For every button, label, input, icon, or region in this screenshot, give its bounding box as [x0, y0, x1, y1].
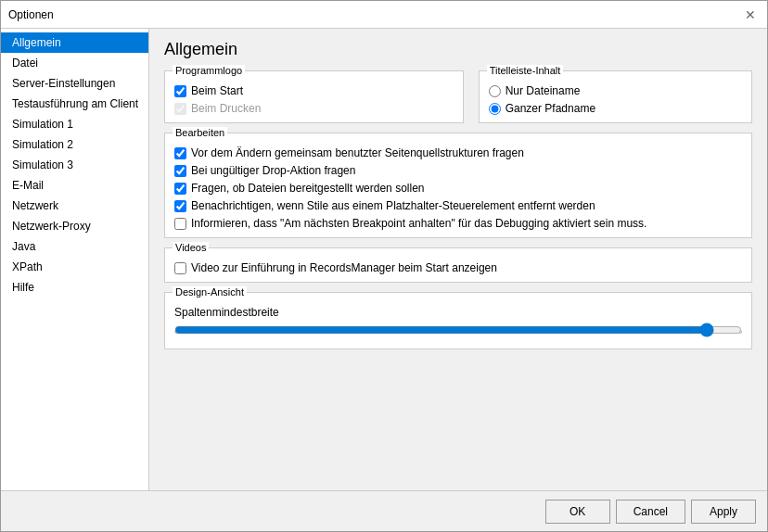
ganzer-pfadname-row: Ganzer Pfadname	[489, 102, 742, 115]
bearbeiten-label-4: Informieren, dass "Am nächsten Breakpoin…	[191, 217, 646, 230]
bearbeiten-label-0: Vor dem Ändern gemeinsam benutzter Seite…	[191, 146, 524, 159]
bearbeiten-row-1: Bei ungültiger Drop-Aktion fragen	[174, 164, 742, 177]
ganzer-pfadname-radio[interactable]	[489, 103, 501, 115]
cancel-button[interactable]: Cancel	[616, 500, 685, 524]
bearbeiten-label-2: Fragen, ob Dateien bereitgestellt werden…	[191, 182, 424, 195]
bearbeiten-checkbox-0[interactable]	[174, 147, 186, 159]
videos-row-0: Video zur Einführung in RecordsManager b…	[174, 261, 742, 274]
beim-start-row: Beim Start	[174, 84, 454, 97]
top-row: Programmlogo Beim Start Beim Drucken	[164, 70, 752, 133]
sidebar-item-xpath[interactable]: XPath	[1, 257, 148, 277]
nur-dateiname-row: Nur Dateiname	[489, 84, 742, 97]
beim-start-label: Beim Start	[191, 84, 243, 97]
bearbeiten-label-1: Bei ungültiger Drop-Aktion fragen	[191, 164, 355, 177]
titelleiste-section: Titelleiste-Inhalt Nur Dateiname Ganzer …	[479, 70, 752, 123]
sidebar-item-simulation1[interactable]: Simulation 1	[1, 114, 148, 134]
design-ansicht-legend: Design-Ansicht	[173, 286, 247, 298]
beim-drucken-row: Beim Drucken	[174, 102, 454, 115]
sidebar-item-email[interactable]: E-Mail	[1, 175, 148, 196]
ok-button[interactable]: OK	[545, 500, 610, 524]
dialog: Optionen ✕ Allgemein Datei Server-Einste…	[0, 0, 768, 532]
titelleiste-legend: Titelleiste-Inhalt	[487, 65, 564, 76]
sidebar-item-netzwerk-proxy[interactable]: Netzwerk-Proxy	[1, 216, 148, 236]
main-content: Allgemein Programmlogo Beim Start Beim D…	[149, 29, 767, 490]
videos-section: Videos Video zur Einführung in RecordsMa…	[164, 247, 752, 283]
sidebar-item-testausfuehrung[interactable]: Testausführung am Client	[1, 94, 148, 114]
sidebar-item-server[interactable]: Server-Einstellungen	[1, 73, 148, 94]
nur-dateiname-radio[interactable]	[489, 85, 501, 97]
programmlogo-section: Programmlogo Beim Start Beim Drucken	[164, 70, 464, 123]
bearbeiten-checkbox-2[interactable]	[174, 183, 186, 195]
sidebar-item-hilfe[interactable]: Hilfe	[1, 277, 148, 298]
videos-checkbox-0[interactable]	[174, 262, 186, 274]
close-button[interactable]: ✕	[741, 6, 760, 24]
beim-drucken-checkbox[interactable]	[174, 103, 186, 115]
nur-dateiname-label: Nur Dateiname	[506, 84, 581, 97]
sidebar: Allgemein Datei Server-Einstellungen Tes…	[1, 29, 149, 490]
sidebar-item-simulation3[interactable]: Simulation 3	[1, 155, 148, 175]
dialog-title: Optionen	[8, 8, 54, 21]
bearbeiten-checkbox-4[interactable]	[174, 218, 186, 230]
sidebar-item-allgemein[interactable]: Allgemein	[1, 32, 148, 53]
design-ansicht-section: Design-Ansicht Spaltenmindestbreite	[164, 292, 752, 349]
spaltenmindestbreite-label: Spaltenmindestbreite	[174, 306, 742, 319]
title-bar: Optionen ✕	[1, 1, 767, 29]
bearbeiten-row-3: Benachrichtigen, wenn Stile aus einem Pl…	[174, 199, 742, 212]
beim-drucken-label: Beim Drucken	[191, 102, 261, 115]
footer: OK Cancel Apply	[1, 490, 767, 531]
beim-start-checkbox[interactable]	[174, 85, 186, 97]
bearbeiten-section: Bearbeiten Vor dem Ändern gemeinsam benu…	[164, 133, 752, 238]
bearbeiten-checkbox-3[interactable]	[174, 200, 186, 212]
sidebar-item-netzwerk[interactable]: Netzwerk	[1, 196, 148, 216]
dialog-body: Allgemein Datei Server-Einstellungen Tes…	[1, 29, 767, 490]
spaltenmindestbreite-slider[interactable]	[174, 323, 742, 337]
bearbeiten-row-0: Vor dem Ändern gemeinsam benutzter Seite…	[174, 146, 742, 159]
ganzer-pfadname-label: Ganzer Pfadname	[506, 102, 595, 115]
sidebar-item-simulation2[interactable]: Simulation 2	[1, 134, 148, 155]
videos-label-0: Video zur Einführung in RecordsManager b…	[191, 261, 497, 274]
bearbeiten-row-2: Fragen, ob Dateien bereitgestellt werden…	[174, 182, 742, 195]
bearbeiten-row-4: Informieren, dass "Am nächsten Breakpoin…	[174, 217, 742, 230]
bearbeiten-label-3: Benachrichtigen, wenn Stile aus einem Pl…	[191, 199, 595, 212]
bearbeiten-checkbox-1[interactable]	[174, 165, 186, 177]
sidebar-item-java[interactable]: Java	[1, 236, 148, 257]
sidebar-item-datei[interactable]: Datei	[1, 53, 148, 73]
videos-legend: Videos	[173, 242, 209, 253]
bearbeiten-legend: Bearbeiten	[173, 127, 227, 138]
page-title: Allgemein	[164, 40, 752, 59]
programmlogo-legend: Programmlogo	[173, 65, 245, 76]
apply-button[interactable]: Apply	[691, 500, 756, 524]
